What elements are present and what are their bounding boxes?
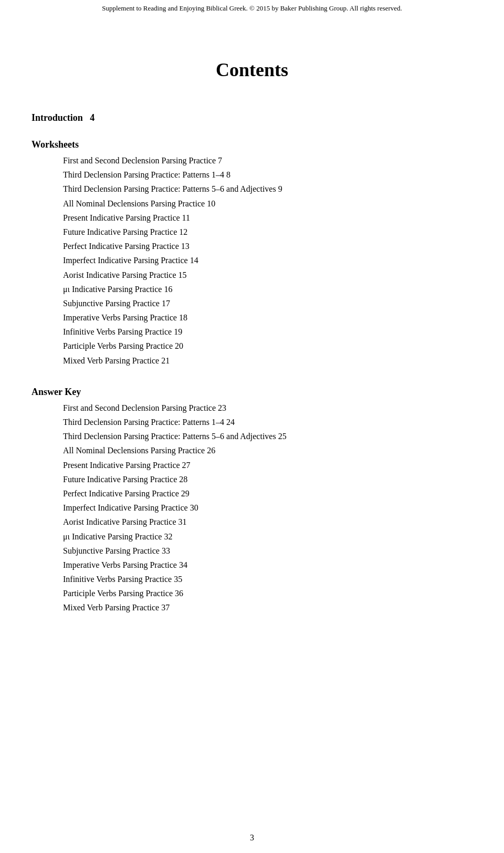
answer-key-label: Answer Key	[32, 387, 472, 398]
worksheet-item: Infinitive Verbs Parsing Practice 19	[63, 325, 472, 339]
answer-key-item: Third Declension Parsing Practice: Patte…	[63, 415, 472, 429]
page-content: Contents Introduction 4 Worksheets First…	[0, 17, 504, 647]
answer-key-item: All Nominal Declensions Parsing Practice…	[63, 443, 472, 457]
answer-key-item: Present Indicative Parsing Practice 27	[63, 458, 472, 472]
worksheets-list: First and Second Declension Parsing Prac…	[32, 153, 472, 368]
header-text: Supplement to Reading and Enjoying Bibli…	[102, 4, 402, 12]
worksheet-item: Perfect Indicative Parsing Practice 13	[63, 239, 472, 253]
worksheet-item: Third Declension Parsing Practice: Patte…	[63, 168, 472, 182]
answer-key-item: μι Indicative Parsing Practice 32	[63, 529, 472, 544]
answer-key-item: Participle Verbs Parsing Practice 36	[63, 586, 472, 600]
answer-key-item: Future Indicative Parsing Practice 28	[63, 472, 472, 486]
answer-key-item: Imperfect Indicative Parsing Practice 30	[63, 501, 472, 515]
worksheet-item: Future Indicative Parsing Practice 12	[63, 225, 472, 239]
worksheet-item: Present Indicative Parsing Practice 11	[63, 211, 472, 225]
answer-key-item: Mixed Verb Parsing Practice 37	[63, 600, 472, 615]
worksheet-item: μι Indicative Parsing Practice 16	[63, 282, 472, 296]
worksheets-label: Worksheets	[32, 139, 472, 150]
worksheet-item: All Nominal Declensions Parsing Practice…	[63, 196, 472, 211]
worksheet-item: Participle Verbs Parsing Practice 20	[63, 339, 472, 353]
answer-key-item: Infinitive Verbs Parsing Practice 35	[63, 572, 472, 586]
answer-key-item: First and Second Declension Parsing Prac…	[63, 401, 472, 415]
worksheet-item: Imperfect Indicative Parsing Practice 14	[63, 253, 472, 267]
answer-key-item: Aorist Indicative Parsing Practice 31	[63, 515, 472, 529]
header-bar: Supplement to Reading and Enjoying Bibli…	[0, 0, 504, 17]
worksheet-item: Aorist Indicative Parsing Practice 15	[63, 268, 472, 282]
answer-key-item: Imperative Verbs Parsing Practice 34	[63, 558, 472, 572]
answer-key-item: Subjunctive Parsing Practice 33	[63, 544, 472, 558]
introduction-label: Introduction 4	[32, 112, 472, 123]
answer-key-item: Perfect Indicative Parsing Practice 29	[63, 486, 472, 501]
worksheet-item: First and Second Declension Parsing Prac…	[63, 153, 472, 168]
answer-key-list: First and Second Declension Parsing Prac…	[32, 401, 472, 615]
answer-key-item: Third Declension Parsing Practice: Patte…	[63, 429, 472, 443]
page-title: Contents	[32, 59, 472, 81]
worksheet-item: Imperative Verbs Parsing Practice 18	[63, 310, 472, 325]
worksheet-item: Mixed Verb Parsing Practice 21	[63, 353, 472, 368]
worksheet-item: Subjunctive Parsing Practice 17	[63, 296, 472, 310]
worksheet-item: Third Declension Parsing Practice: Patte…	[63, 182, 472, 196]
page-number: 3	[0, 833, 504, 842]
